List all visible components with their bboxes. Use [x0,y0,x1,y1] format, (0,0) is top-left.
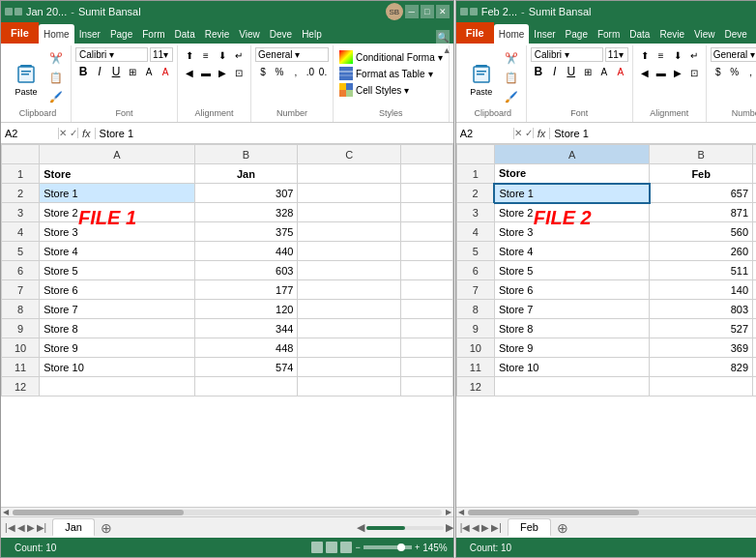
cell-b-2-9[interactable]: 527 [650,319,753,338]
bold-btn-2[interactable]: B [531,64,546,79]
tab-review-2[interactable]: Revie [654,24,689,44]
wrap-text-btn-1[interactable]: ↵ [231,47,247,63]
cell-d-1-6[interactable] [401,261,452,280]
cut-btn-1[interactable]: ✂️ [45,49,67,67]
cell-d-1-4[interactable] [401,222,452,242]
dec-decrease-btn-1[interactable]: 0. [317,64,329,79]
tab-page-2[interactable]: Page [561,24,593,44]
fill-color-btn-2[interactable]: A [596,64,612,79]
tab-view-1[interactable]: View [234,24,265,44]
cell-b-1-3[interactable]: 328 [194,203,298,222]
cell-b-2-5[interactable]: 260 [650,242,753,261]
underline-btn-2[interactable]: U [564,64,579,79]
number-format-dropdown-1[interactable]: General ▾ [255,47,329,62]
col-header-c-2[interactable]: C [753,145,756,164]
tab-review-1[interactable]: Revie [200,24,235,44]
ribbon-expand-1[interactable]: ▲ [443,45,451,55]
comma-btn-1[interactable]: , [288,64,304,79]
sheet-back-2[interactable]: ◀ [472,522,480,533]
tab-form-2[interactable]: Form [593,24,625,44]
cell-a-2-1[interactable]: Store [494,164,649,184]
normal-view-1[interactable] [311,542,323,553]
cell-c-1-5[interactable] [298,242,401,261]
cell-d-1-10[interactable] [401,338,452,358]
cell-c-2-11[interactable] [753,358,756,377]
align-left-btn-2[interactable]: ◀ [637,65,653,80]
cell-c-2-9[interactable] [753,319,756,338]
cell-d-1-5[interactable] [401,242,452,261]
cell-a-2-7[interactable]: Store 6 [494,280,649,300]
sheet-scroll-right-1[interactable]: ▶ [446,521,453,534]
align-middle-btn-2[interactable]: ≡ [654,47,669,63]
tab-insert-2[interactable]: Inser [529,24,560,44]
tab-file-1[interactable]: File [1,22,39,44]
align-bottom-btn-2[interactable]: ⬇ [670,47,685,63]
col-header-d-1[interactable] [401,145,452,164]
cell-d-1-1[interactable] [401,164,452,184]
cell-c-1-3[interactable] [298,203,401,222]
tab-form-1[interactable]: Form [137,24,169,44]
tab-view-2[interactable]: View [689,24,720,44]
cell-a-2-10[interactable]: Store 9 [494,338,649,358]
maximize-btn-1[interactable]: □ [421,5,434,18]
cut-btn-2[interactable]: ✂️ [501,49,522,67]
cell-b-2-2[interactable]: 657 [650,184,753,203]
tab-data-1[interactable]: Data [170,24,200,44]
formula-content-2[interactable]: Store 1 [550,128,756,139]
percent-btn-1[interactable]: % [272,64,287,79]
cell-a-2-6[interactable]: Store 5 [494,261,649,280]
cell-b-1-5[interactable]: 440 [194,242,298,261]
cell-a-2-4[interactable]: Store 3 [494,222,649,242]
cell-c-2-2[interactable] [753,184,756,203]
cell-a-1-10[interactable]: Store 9 [40,338,194,358]
cell-d-1-2[interactable] [401,184,452,203]
sheet-scroll-left-1[interactable]: ◀ [357,521,364,534]
conditional-format-btn-1[interactable]: Conditional Forma▾ [337,49,445,65]
underline-btn-1[interactable]: U [108,64,124,79]
paste-btn-1[interactable]: Paste [9,53,44,102]
align-left-btn-1[interactable]: ◀ [182,65,197,80]
cell-b-1-8[interactable]: 120 [194,300,298,319]
sheet-add-btn-1[interactable]: ⊕ [97,520,116,536]
cell-c-2-5[interactable] [753,242,756,261]
sheet-fwd-1[interactable]: ▶ [27,522,35,533]
col-header-c-1[interactable]: C [298,145,401,164]
cell-a-1-3[interactable]: Store 2 [40,203,194,222]
cell-a-2-5[interactable]: Store 4 [494,242,649,261]
copy-btn-1[interactable]: 📋 [45,69,67,86]
cell-d-1-7[interactable] [401,280,452,300]
cell-b-1-11[interactable]: 574 [194,358,298,377]
italic-btn-2[interactable]: I [547,64,563,79]
cell-c-1-7[interactable] [298,280,401,300]
font-color-btn-1[interactable]: A [158,64,173,79]
cell-b-1-7[interactable]: 177 [194,280,298,300]
font-size-dropdown-2[interactable]: 11▾ [605,47,628,62]
italic-btn-1[interactable]: I [92,64,107,79]
cell-b-1-1[interactable]: Jan [194,164,298,184]
cell-c-1-8[interactable] [298,300,401,319]
cell-c-1-2[interactable] [298,184,401,203]
cell-a-2-3[interactable]: Store 2 [494,203,649,222]
align-bottom-btn-1[interactable]: ⬇ [215,47,230,63]
cell-a-1-12[interactable] [40,377,194,396]
comma-btn-2[interactable]: , [743,64,756,79]
cell-c-1-9[interactable] [298,319,401,338]
align-top-btn-2[interactable]: ⬆ [637,47,653,63]
sheet-last-1[interactable]: ▶| [37,522,47,533]
cell-a-2-9[interactable]: Store 8 [494,319,649,338]
tab-insert-1[interactable]: Inser [74,24,105,44]
cell-b-2-6[interactable]: 511 [650,261,753,280]
cell-b-2-4[interactable]: 560 [650,222,753,242]
scroll-left-2[interactable]: ◀ [456,508,466,516]
cell-c-2-6[interactable] [753,261,756,280]
fx-cancel-2[interactable]: ✕ [514,128,522,138]
cell-b-1-12[interactable] [194,377,298,396]
format-table-btn-1[interactable]: Format as Table▾ [337,66,445,81]
merge-btn-2[interactable]: ⊡ [686,65,702,80]
cell-styles-btn-1[interactable]: Cell Styles▾ [337,82,445,98]
zoom-slider-1[interactable] [363,545,412,549]
currency-btn-2[interactable]: $ [711,64,726,79]
cell-b-2-8[interactable]: 803 [650,300,753,319]
page-layout-view-1[interactable] [326,542,337,553]
minimize-btn-1[interactable]: ─ [405,5,419,18]
